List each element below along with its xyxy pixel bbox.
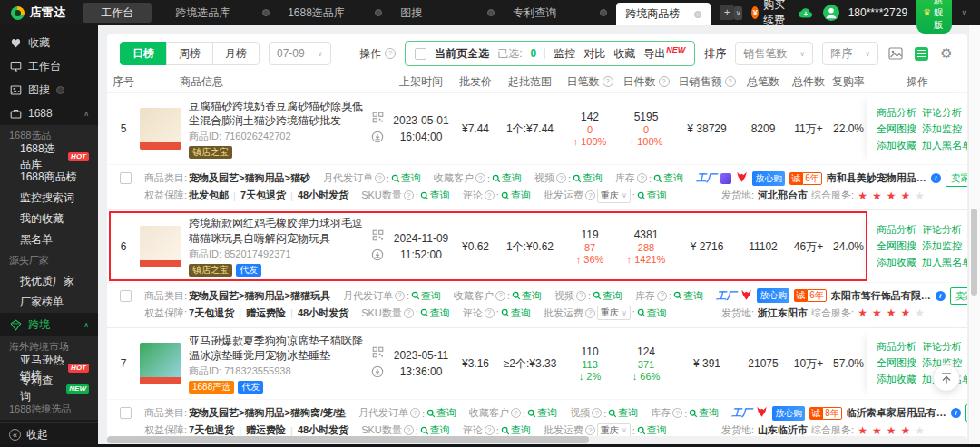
info-icon[interactable]: ? <box>725 76 736 87</box>
help-icon[interactable]: ? <box>385 48 396 59</box>
avatar[interactable] <box>823 5 839 21</box>
sidebar-item-1688选品库[interactable]: 1688选品库HOT <box>0 146 98 167</box>
seller-name[interactable]: 临沂索卓家居用品有… <box>847 406 946 420</box>
top-tab-图搜[interactable]: 图搜 <box>391 0 504 25</box>
back-to-top-button[interactable] <box>933 364 960 392</box>
qr-code-icon[interactable] <box>372 229 384 244</box>
select-all-label[interactable]: 当前页全选 <box>435 46 489 62</box>
info-icon[interactable]: ? <box>485 308 495 318</box>
query-link[interactable]: 查询 <box>527 406 557 420</box>
horizontal-scrollbar[interactable] <box>107 436 967 443</box>
info-icon[interactable]: ? <box>495 291 505 301</box>
add-tab-button[interactable]: + <box>720 5 734 20</box>
account-number[interactable]: 180****2729 <box>848 6 907 19</box>
query-link[interactable]: 查询 <box>391 171 421 185</box>
sort-field-select[interactable]: 销售笔数 ∨ <box>735 42 813 65</box>
sort-order-select[interactable]: 降序 ∨ <box>822 42 878 65</box>
chevron-up-icon[interactable]: ∧ <box>83 321 89 329</box>
query-link[interactable]: 查询 <box>573 171 603 185</box>
action-添加监控[interactable]: 添加监控 <box>922 122 962 136</box>
product-title[interactable]: 豆腐猫砂跨境奶香豆腐砂猫砂除臭低尘混合膨润土猫沙跨境猫砂批发 <box>189 99 367 128</box>
query-link[interactable]: 查询 <box>673 289 703 303</box>
sidebar-item-厂家榜单[interactable]: 厂家榜单 <box>0 292 98 313</box>
query-link[interactable]: 查询 <box>653 171 683 185</box>
qr-code-icon[interactable] <box>372 346 384 361</box>
tab-close-icon[interactable] <box>375 9 382 16</box>
action-全网图搜[interactable]: 全网图搜 <box>877 122 916 136</box>
query-link[interactable]: 查询 <box>420 306 450 320</box>
action-添加监控[interactable]: 添加监控 <box>922 239 962 253</box>
action-评论分析[interactable]: 评论分析 <box>922 106 962 120</box>
query-link[interactable]: 查询 <box>501 189 531 202</box>
favorite-button[interactable]: 收藏 <box>613 46 635 62</box>
info-icon[interactable]: ? <box>485 425 495 435</box>
query-link[interactable]: 查询 <box>512 289 542 303</box>
qr-code-icon[interactable] <box>372 112 384 126</box>
product-title[interactable]: 亚马逊爆款夏季狗狗凉席垫子猫咪降温冰凉垫睡觉用宠物冰垫睡垫 <box>189 334 367 363</box>
row-checkbox[interactable] <box>120 172 132 184</box>
rank-tab-月榜[interactable]: 月榜 <box>212 42 260 65</box>
sidebar-item-1688商品榜[interactable]: 1688商品榜 <box>0 167 98 188</box>
seller-info-icon[interactable]: i <box>936 291 946 301</box>
top-tab-工作台[interactable]: 工作台 <box>83 3 152 23</box>
query-link[interactable]: 查询 <box>426 406 456 420</box>
select-all-checkbox[interactable] <box>415 48 426 60</box>
buy-renew-button[interactable]: ¥ 购买续费 <box>751 0 788 28</box>
freight-query-link[interactable]: 查询 <box>637 306 667 320</box>
product-title[interactable]: 跨境新款网红鸡毛橡胶弹力球羽毛逗猫猫咪玩具自嗨解闷宠物玩具 <box>189 216 367 245</box>
query-link[interactable]: 查询 <box>593 289 622 303</box>
top-tab-跨境商品榜[interactable]: 跨境商品榜 <box>616 3 710 25</box>
info-icon[interactable]: ? <box>585 308 595 318</box>
rank-tab-日榜[interactable]: 日榜 <box>120 42 167 65</box>
seller-info-icon[interactable]: i <box>931 173 941 183</box>
tab-close-icon[interactable] <box>262 9 270 16</box>
vertical-scrollbar-thumb[interactable] <box>971 209 977 296</box>
chevron-up-icon[interactable]: ∧ <box>83 110 89 118</box>
chevron-down-icon[interactable]: ∨ <box>961 8 967 17</box>
seller-info-icon[interactable]: i <box>951 408 961 418</box>
info-icon[interactable]: ? <box>395 291 405 301</box>
info-icon[interactable]: ? <box>637 173 647 183</box>
query-link[interactable]: 查询 <box>420 189 450 202</box>
action-全网图搜[interactable]: 全网图搜 <box>877 239 916 253</box>
tab-close-icon[interactable] <box>694 11 701 18</box>
query-link[interactable]: 查询 <box>420 423 450 437</box>
info-icon[interactable]: ? <box>659 76 670 87</box>
info-icon[interactable]: ? <box>404 425 414 435</box>
query-link[interactable]: 查询 <box>689 406 719 420</box>
download-image-icon[interactable] <box>371 248 384 264</box>
top-tab-跨境选品库[interactable]: 跨境选品库 <box>166 0 279 25</box>
info-icon[interactable]: ? <box>576 291 586 301</box>
action-商品分析[interactable]: 商品分析 <box>877 106 916 120</box>
sidebar-item-找优质厂家[interactable]: 找优质厂家 <box>0 271 98 292</box>
freight-query-link[interactable]: 查询 <box>637 423 667 437</box>
query-link[interactable]: 查询 <box>492 171 522 185</box>
action-加入黑名单[interactable]: 加入黑名单 <box>922 139 967 152</box>
product-image[interactable] <box>140 343 181 384</box>
sidebar-item-收藏[interactable]: 收藏 <box>0 31 98 54</box>
action-评论分析[interactable]: 评论分析 <box>922 223 962 237</box>
collapse-tabs-icon[interactable]: ∨ <box>734 6 742 20</box>
compare-button[interactable]: 对比 <box>583 46 605 62</box>
action-加入黑名单[interactable]: 加入黑名单 <box>922 256 967 269</box>
sidebar-item-专利查询[interactable]: 专利查询NEW <box>0 378 98 399</box>
query-link[interactable]: 查询 <box>608 406 638 420</box>
info-icon[interactable]: ? <box>556 173 566 183</box>
settings-icon[interactable]: ⚙ <box>938 45 955 62</box>
plan-badge[interactable]: ♛旗舰版 <box>916 0 952 34</box>
tab-close-icon[interactable] <box>600 9 607 16</box>
sidebar-item-图搜[interactable]: 图搜 <box>0 78 98 102</box>
info-icon[interactable]: ? <box>410 408 420 418</box>
date-select[interactable]: 07-09 ∨ <box>269 42 331 65</box>
info-icon[interactable]: ? <box>475 173 485 183</box>
monitor-button[interactable]: 监控 <box>554 46 575 62</box>
cloud-download-icon[interactable] <box>798 5 814 21</box>
action-添加收藏[interactable]: 添加收藏 <box>877 256 916 269</box>
info-icon[interactable]: ? <box>511 408 521 418</box>
list-view-icon[interactable] <box>913 45 929 62</box>
seller-analysis-button[interactable]: 卖家分析 <box>950 287 967 305</box>
download-image-icon[interactable] <box>371 365 384 381</box>
freight-query-link[interactable]: 查询 <box>637 189 667 202</box>
action-商品分析[interactable]: 商品分析 <box>877 340 916 354</box>
download-image-icon[interactable] <box>371 131 384 146</box>
